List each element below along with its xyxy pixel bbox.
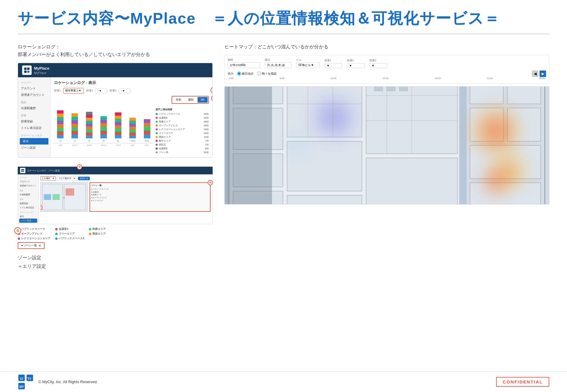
bar-group-5: 一昨日 [126, 118, 139, 142]
zone-legend-item: 執務エリア [89, 227, 106, 231]
bar-segment [129, 135, 136, 138]
legend-name: ゾーン外 [159, 151, 203, 154]
svg-rect-4 [21, 169, 22, 170]
zone-mini-account: アカウント [18, 180, 38, 184]
zone-legend-item: オープンアドレス [18, 232, 50, 236]
bar-day-label: 一昨日 [129, 140, 136, 142]
tab-3h[interactable]: 3時 [198, 97, 208, 103]
legend-name: レクリエーションエリア [159, 128, 203, 131]
legend-name: オープンアドレス [159, 124, 203, 127]
svg-point-3 [27, 70, 30, 73]
legend-dot [156, 147, 158, 150]
heat-spot-3 [478, 166, 514, 196]
zone-right-panel: ゾーン一覧 ● パブリックスペース ● 会議室A ● 執務エリア ● オープンア… [89, 182, 211, 212]
bar-day-label: 木 [103, 140, 105, 142]
location-log-label: ロケーションログ： 部署メンバーがよく利用している／していないエリアが分かる [18, 43, 213, 58]
dept1-select[interactable]: 都市事業上▼ [63, 88, 84, 94]
svg-rect-18 [233, 108, 283, 150]
zone-legend-name: 会議室A [59, 227, 69, 231]
tab-monthly[interactable]: 月別 [173, 97, 184, 103]
radio-specific-time[interactable]: 時々を指定 [257, 72, 277, 76]
sidebar-item-display[interactable]: 表示 [20, 138, 48, 145]
zone-mini-dept-reg: 部署登録 [18, 201, 38, 206]
tab-weekly[interactable]: 週別 [185, 97, 196, 103]
legend-time: 40分 [204, 116, 209, 119]
sidebar-item-attendance-history[interactable]: 出退勤履歴 [18, 105, 50, 111]
heatmap-prev-btn[interactable]: ◀ [532, 70, 538, 77]
heatmap-building-select[interactable]: SF角ビル▼ [296, 62, 320, 68]
bar-segment [86, 132, 92, 135]
bar-segment [86, 115, 92, 118]
time-1200: 12:00 [330, 77, 336, 80]
zone-legend-dot [89, 228, 91, 230]
app-tagline: MyPlace [34, 71, 49, 75]
heatmap-dept3-group: 部署3 ▼ [369, 59, 387, 68]
bar-segment [71, 127, 78, 131]
heatmap-dept1-label: 部署1 [325, 59, 342, 63]
dept2-select[interactable]: −▼ [95, 88, 107, 93]
bar-day-label: 昨日 [145, 140, 149, 142]
sidebar-item-toilet[interactable]: トイレ表示設定 [18, 125, 50, 131]
heatmap-dept2-select[interactable]: ▼ [347, 63, 365, 68]
heatmap-display-label: 表示 [228, 72, 234, 76]
bar-code-label: 10/22 [83, 144, 96, 146]
confidential-badge: CONFIDENTIAL [496, 377, 549, 387]
svg-rect-0 [24, 68, 27, 70]
bar-segment [71, 120, 78, 124]
time-2400: 24:00 [539, 77, 545, 80]
left-panel: ロケーションログ： 部署メンバーがよく利用している／していないエリアが分かる [18, 43, 213, 270]
legend-item-5: フリーエリア 28分 [156, 132, 209, 135]
page-footer: CI TY MY © MyCity, Inc. All Rights Reser… [0, 371, 567, 392]
bar-segment [100, 127, 107, 131]
annotation-3: ③ [211, 95, 213, 102]
legend-title: 部門ご滞在時間 [156, 108, 209, 111]
zone-building-select[interactable]: ビル選択 ▼ [40, 176, 56, 181]
svg-rect-5 [23, 169, 24, 170]
heatmap-dept3-select[interactable]: ▼ [369, 63, 387, 68]
bar-segment [129, 121, 136, 124]
bar-segment [115, 135, 121, 138]
app-logo [22, 65, 32, 75]
bar-segment [129, 124, 136, 127]
zone-add-btn[interactable]: 追加する [78, 177, 90, 180]
zone-mini-main: ビル選択 ▼ フロア選択 IP ▼ 追加する ③ [39, 175, 212, 224]
zone-bottom-select: ● ゾーン一覧 ④ [18, 242, 45, 249]
sidebar-section-dept: 部署 [18, 113, 50, 118]
filter-area: 部署1 都市事業上▼ 部署2 −▼ 部署3 −▼ [54, 88, 209, 94]
zone-floor-img: ③ ① [40, 182, 88, 212]
svg-rect-25 [366, 158, 458, 204]
legend-dot [156, 144, 158, 146]
heatmap-dept3-label: 部署3 [369, 59, 387, 63]
legend-dot [156, 136, 158, 138]
time-1500: 15:00 [383, 77, 389, 80]
zone-caption-line2: ＝エリア設定 [18, 263, 213, 270]
zone-floor-select[interactable]: フロア選択 IP ▼ [57, 176, 77, 181]
svg-rect-50 [459, 87, 467, 204]
heatmap-weekday-select[interactable]: 月,火,水,木,金 [265, 62, 291, 68]
legend-time: 7分 [205, 143, 209, 146]
radio-all-days[interactable]: 絡日合計 [237, 72, 254, 76]
svg-rect-6 [21, 171, 22, 172]
legend-dot [156, 113, 158, 115]
zone-floor-area: ③ ① ゾーン一覧 ● パブリックスペース [40, 182, 211, 212]
svg-text:③: ③ [63, 197, 65, 199]
svg-rect-13 [66, 188, 74, 196]
bar-segment [115, 116, 121, 119]
dept3-select[interactable]: −▼ [119, 88, 131, 93]
heatmap-next-btn[interactable]: ▶ [540, 70, 546, 77]
heatmap-controls-panel: 期間 が件のrz80c 曜日 月,火,水,木,金 ビル [224, 55, 549, 83]
footer-copyright: © MyCity, Inc. All Rights Reserved. [38, 380, 98, 384]
app-body: メンバー アカウント 管理者アカウント 勤怠 出退勤履歴 部署 部署登録 トイレ… [18, 77, 212, 158]
heatmap-period-select[interactable]: が件のrz80c [228, 62, 260, 68]
legend-items: パブリックスペース 50分 会議室A 40分 執務エリア 38分 オープンアドレ… [156, 112, 209, 154]
bar-segment [144, 119, 150, 123]
sidebar-item-zone[interactable]: ゾーン設定 [18, 145, 50, 151]
sidebar-item-account[interactable]: アカウント [18, 85, 50, 92]
heatmap-dept1-select[interactable]: ▼ [325, 63, 342, 68]
sidebar-item-dept-reg[interactable]: 部署登録 [18, 118, 50, 125]
legend-item-8: 表彰王 7分 [156, 143, 209, 146]
zone-mini-header: ロケーションログ - ゾーン設定 [18, 167, 213, 174]
legend-time: 8分 [205, 147, 209, 150]
sidebar-item-admin[interactable]: 管理者アカウント [18, 92, 50, 98]
app-sidebar: メンバー アカウント 管理者アカウント 勤怠 出退勤履歴 部署 部署登録 トイレ… [18, 77, 50, 158]
